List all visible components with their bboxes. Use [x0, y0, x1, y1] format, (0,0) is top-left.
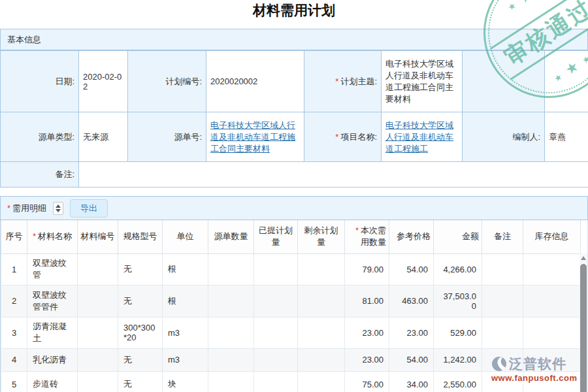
column-header: 材料名称 — [27, 220, 78, 253]
table-cell — [523, 317, 581, 348]
table-cell: 54.00 — [389, 253, 434, 285]
table-cell — [208, 253, 254, 285]
column-header: 本次需用数量 — [345, 220, 389, 253]
table-cell — [482, 285, 523, 317]
table-cell: m3 — [163, 317, 208, 348]
table-cell: 37,503.00 — [434, 285, 482, 317]
table-cell — [208, 285, 254, 317]
table-cell: 529.00 — [434, 317, 482, 348]
table-cell — [254, 317, 298, 348]
field-label-compiler: 编制人: — [463, 112, 545, 162]
table-cell: 双壁波纹管管件 — [27, 285, 78, 317]
scrollbar-thumb[interactable] — [580, 264, 587, 392]
detail-section-title: 需用明细 — [7, 203, 46, 214]
project-name-link[interactable]: 电子科技大学区域人行道及非机动车道工程施工 — [385, 120, 453, 154]
table-row: 4乳化沥青无m323.0054.001,242.00 — [1, 348, 581, 371]
table-cell: 2 — [1, 285, 27, 317]
detail-table-wrap: 序号材料名称材料编号规格型号单位源单数量已提计划量剩余计划量本次需用数量参考价格… — [0, 220, 588, 392]
table-cell: 5 — [1, 371, 27, 392]
table-cell — [298, 253, 345, 285]
table-cell: 79.00 — [345, 253, 389, 285]
table-cell — [523, 253, 581, 285]
table-cell: 1,242.00 — [434, 348, 482, 371]
sort-spinner-icon[interactable] — [53, 202, 63, 215]
table-cell — [208, 348, 254, 371]
detail-section: 需用明细 导出 序号材料名称材料编号规格型号单位源单数量已提计划量剩余计划量本次… — [0, 196, 588, 392]
column-header: 源单数量 — [208, 220, 254, 253]
table-cell: 沥青混凝土 — [27, 317, 78, 348]
table-cell — [523, 371, 581, 392]
field-label-plan-subject: 计划主题: — [304, 51, 382, 112]
table-cell: 81.00 — [345, 285, 389, 317]
field-value-source-type: 无来源 — [79, 112, 128, 162]
table-cell: 步道砖 — [27, 371, 78, 392]
table-cell: m3 — [163, 348, 208, 371]
column-header: 已提计划量 — [254, 220, 298, 253]
table-cell: 54.00 — [389, 348, 434, 371]
table-cell — [523, 285, 581, 317]
basic-info-form: 日期: 2020-02-02 计划编号: 2020020002 计划主题: 电子… — [0, 50, 588, 188]
table-row: 1双壁波纹管无根79.0054.004,266.00 — [1, 253, 581, 285]
table-cell — [78, 371, 118, 392]
field-value-compiler: 章燕 — [545, 112, 588, 162]
column-header: 单位 — [163, 220, 208, 253]
table-cell — [254, 253, 298, 285]
table-cell: 23.00 — [345, 348, 389, 371]
scroll-up-arrow-icon[interactable] — [581, 256, 586, 260]
detail-section-bar: 需用明细 导出 — [0, 196, 588, 220]
basic-info-panel: 基本信息 日期: 2020-02-02 计划编号: 2020020002 计划主… — [0, 29, 588, 188]
field-label-source-type: 源单类型: — [1, 112, 79, 162]
column-header: 规格型号 — [118, 220, 163, 253]
column-header: 库存信息 — [523, 220, 581, 253]
table-cell — [298, 348, 345, 371]
column-header: 备注 — [482, 220, 523, 253]
field-label-remark: 备注: — [1, 162, 79, 188]
detail-table: 序号材料名称材料编号规格型号单位源单数量已提计划量剩余计划量本次需用数量参考价格… — [1, 220, 581, 392]
column-header: 材料编号 — [78, 220, 118, 253]
table-cell: 根 — [163, 253, 208, 285]
table-cell: 2,550.00 — [434, 371, 482, 392]
table-cell — [208, 371, 254, 392]
vertical-scrollbar[interactable] — [580, 253, 587, 392]
field-value-remark — [79, 162, 588, 188]
field-label-plan-no: 计划编号: — [128, 51, 206, 112]
field-value-plan-subject: 电子科技大学区域人行道及非机动车道工程施工合同主要材料 — [382, 51, 463, 112]
table-row: 3沥青混凝土300*300*20m323.0023.00529.00 — [1, 317, 581, 348]
export-button[interactable]: 导出 — [70, 199, 108, 218]
table-cell: 4,266.00 — [434, 253, 482, 285]
table-cell — [254, 371, 298, 392]
table-cell — [482, 317, 523, 348]
column-header: 序号 — [1, 220, 27, 253]
table-cell — [523, 348, 581, 371]
field-label-empty — [463, 51, 545, 112]
table-cell: 根 — [163, 285, 208, 317]
field-value-date: 2020-02-02 — [79, 51, 128, 112]
table-cell: 无 — [118, 285, 163, 317]
table-cell — [78, 348, 118, 371]
column-header: 金额 — [434, 220, 482, 253]
table-cell — [78, 317, 118, 348]
table-cell — [298, 317, 345, 348]
table-cell — [482, 371, 523, 392]
table-cell: 4 — [1, 348, 27, 371]
column-header: 剩余计划量 — [298, 220, 345, 253]
detail-table-header-row: 序号材料名称材料编号规格型号单位源单数量已提计划量剩余计划量本次需用数量参考价格… — [1, 220, 581, 253]
table-row: 2双壁波纹管管件无根81.00463.0037,503.00 — [1, 285, 581, 317]
table-cell: 无 — [118, 371, 163, 392]
table-cell: 块 — [163, 371, 208, 392]
table-cell: 1 — [1, 253, 27, 285]
table-cell: 75.00 — [345, 371, 389, 392]
basic-info-section-title: 基本信息 — [0, 29, 588, 50]
table-cell: 无 — [118, 348, 163, 371]
table-cell — [298, 285, 345, 317]
field-value-source-no: 电子科技大学区域人行道及非机动车道工程施工合同主要材料 — [206, 112, 304, 162]
table-cell — [208, 317, 254, 348]
table-cell — [78, 285, 118, 317]
table-cell: 乳化沥青 — [27, 348, 78, 371]
table-cell: 300*300*20 — [118, 317, 163, 348]
table-cell: 3 — [1, 317, 27, 348]
source-no-link[interactable]: 电子科技大学区域人行道及非机动车道工程施工合同主要材料 — [210, 120, 295, 154]
page-title: 材料需用计划 — [0, 1, 588, 20]
table-cell — [254, 348, 298, 371]
table-cell — [482, 253, 523, 285]
